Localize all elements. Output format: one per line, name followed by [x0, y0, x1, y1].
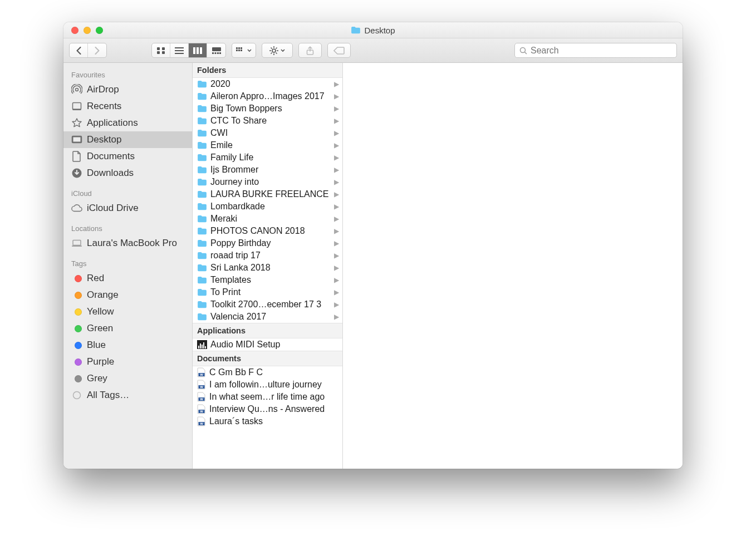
file-row[interactable]: roaad trip 17▶ — [193, 249, 342, 262]
svg-line-28 — [271, 52, 272, 53]
file-row[interactable]: Poppy Birthday▶ — [193, 237, 342, 249]
file-row[interactable]: Meraki▶ — [193, 213, 342, 225]
file-row[interactable]: Aileron Appro…Images 2017▶ — [193, 90, 342, 102]
sidebar-item-green[interactable]: Green — [63, 320, 192, 337]
file-label: Valencia 2017 — [210, 312, 330, 322]
file-row[interactable]: Ijs Brommer▶ — [193, 164, 342, 176]
file-row[interactable]: Lombardkade▶ — [193, 200, 342, 213]
search-field[interactable] — [514, 43, 677, 58]
sidebar-item-yellow[interactable]: Yellow — [63, 303, 192, 320]
file-row[interactable]: Templates▶ — [193, 274, 342, 286]
tag-dot-icon — [71, 356, 82, 367]
file-row[interactable]: Family Life▶ — [193, 151, 342, 164]
folder-icon — [197, 276, 207, 284]
word-doc-icon: W — [197, 380, 206, 390]
svg-rect-16 — [238, 47, 240, 49]
columns-icon — [193, 47, 202, 54]
folder-icon — [197, 80, 207, 88]
file-row[interactable]: WInterview Qu…ns - Answered — [193, 403, 342, 415]
file-row[interactable]: Journey into▶ — [193, 176, 342, 188]
sidebar-item-blue[interactable]: Blue — [63, 337, 192, 353]
file-label: Laura´s tasks — [209, 416, 339, 426]
file-row[interactable]: 2020▶ — [193, 78, 342, 90]
list-icon — [175, 47, 184, 54]
sidebar-item-laura-s-macbook-pro[interactable]: Laura's MacBook Pro — [63, 235, 192, 252]
file-label: Aileron Appro…Images 2017 — [210, 91, 330, 101]
sidebar-item-label: Blue — [87, 340, 106, 351]
file-row[interactable]: Valencia 2017▶ — [193, 311, 342, 323]
file-label: Emile — [210, 140, 330, 150]
folder-icon — [197, 166, 207, 174]
grid-icon — [156, 47, 165, 55]
sidebar-item-orange[interactable]: Orange — [63, 287, 192, 303]
file-row[interactable]: WIn what seem…r life time ago — [193, 391, 342, 403]
chevron-left-icon — [76, 47, 82, 55]
close-button[interactable] — [71, 27, 78, 34]
svg-line-29 — [276, 47, 277, 48]
recents-icon — [71, 101, 82, 112]
gallery-view-button[interactable] — [207, 43, 225, 57]
file-row[interactable]: WLaura´s tasks — [193, 415, 342, 428]
file-label: Meraki — [210, 214, 330, 224]
chevron-right-icon: ▶ — [333, 239, 339, 247]
file-row[interactable]: CWI▶ — [193, 127, 342, 139]
file-row[interactable]: WI am followin…ulture journey — [193, 379, 342, 391]
icon-view-button[interactable] — [152, 43, 170, 57]
window-title-text: Desktop — [364, 26, 395, 35]
sidebar-item-downloads[interactable]: Downloads — [63, 165, 192, 181]
sidebar-item-recents[interactable]: Recents — [63, 98, 192, 115]
sidebar-item-all-tags-[interactable]: All Tags… — [63, 387, 192, 404]
file-row[interactable]: Big Town Boppers▶ — [193, 102, 342, 115]
chevron-right-icon: ▶ — [333, 154, 339, 161]
file-label: PHOTOS CANON 2018 — [210, 226, 330, 236]
minimize-button[interactable] — [84, 27, 91, 34]
share-button[interactable] — [298, 43, 322, 58]
file-row[interactable]: Sri Lanka 2018▶ — [193, 262, 342, 274]
forward-button[interactable] — [88, 43, 106, 57]
tags-button[interactable] — [327, 43, 351, 58]
desktop-icon — [71, 134, 82, 145]
svg-rect-17 — [241, 47, 242, 49]
file-row[interactable]: WC Gm Bb F C — [193, 366, 342, 379]
tag-dot-icon — [71, 289, 82, 301]
sidebar-item-grey[interactable]: Grey — [63, 370, 192, 387]
sidebar-item-icloud-drive[interactable]: iCloud Drive — [63, 200, 192, 217]
sidebar-item-documents[interactable]: Documents — [63, 148, 192, 165]
action-button[interactable] — [262, 43, 293, 58]
svg-line-27 — [276, 52, 277, 53]
sidebar-item-red[interactable]: Red — [63, 270, 192, 287]
group-header: Documents — [193, 351, 342, 366]
svg-rect-37 — [73, 137, 81, 142]
file-row[interactable]: Emile▶ — [193, 139, 342, 151]
tag-dot-icon — [71, 373, 82, 384]
sidebar-item-label: Orange — [87, 289, 119, 301]
svg-text:W: W — [200, 422, 203, 425]
file-row[interactable]: Toolkit 2700…ecember 17 3▶ — [193, 298, 342, 311]
file-row[interactable]: CTC To Share▶ — [193, 115, 342, 127]
sidebar-item-applications[interactable]: Applications — [63, 115, 192, 131]
search-input[interactable] — [531, 46, 672, 56]
file-row[interactable]: To Print▶ — [193, 286, 342, 298]
folder-icon — [197, 154, 207, 161]
back-button[interactable] — [70, 43, 88, 57]
svg-rect-1 — [162, 47, 165, 50]
nav-buttons — [69, 43, 107, 58]
sidebar-item-desktop[interactable]: Desktop — [63, 131, 192, 148]
zoom-button[interactable] — [96, 27, 103, 34]
arrange-button[interactable] — [232, 43, 256, 58]
sidebar-item-purple[interactable]: Purple — [63, 353, 192, 370]
file-row[interactable]: PHOTOS CANON 2018▶ — [193, 225, 342, 237]
file-row[interactable]: Audio MIDI Setup — [193, 338, 342, 351]
list-view-button[interactable] — [170, 43, 189, 57]
sidebar-item-label: Green — [87, 323, 113, 334]
file-row[interactable]: LAURA BURKE FREELANCE▶ — [193, 188, 342, 200]
column-view-button[interactable] — [189, 43, 207, 57]
folder-icon — [197, 141, 207, 149]
svg-text:W: W — [200, 397, 203, 401]
file-label: To Print — [210, 287, 330, 297]
tag-dot-icon — [71, 273, 82, 284]
sidebar-item-label: Red — [87, 273, 104, 284]
sidebar-item-label: Yellow — [87, 306, 114, 317]
sidebar-item-airdrop[interactable]: AirDrop — [63, 81, 192, 98]
file-label: CTC To Share — [210, 116, 330, 126]
